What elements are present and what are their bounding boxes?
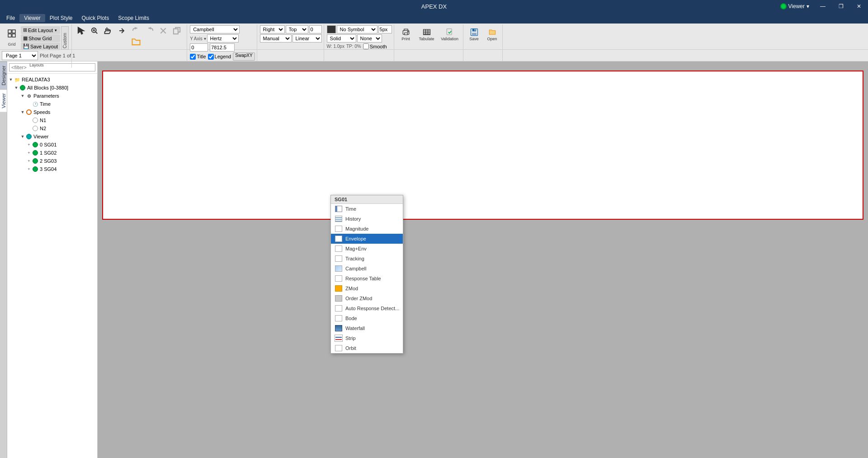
expand-parameters[interactable]: ▼ [20, 93, 25, 99]
tree-item-sg02[interactable]: + 1 SG02 [7, 149, 97, 157]
minimize-button[interactable]: — [814, 0, 832, 13]
speeds-icon [25, 109, 33, 116]
save-layout-button[interactable]: 💾 Save Layout [21, 42, 60, 50]
dropdown-item-order-zmod[interactable]: Order ZMod [331, 293, 403, 303]
tree-item-time[interactable]: ▶ 🕐 Time [7, 100, 97, 108]
dropdown-response-label: Response Table [345, 276, 381, 281]
axis-val-input[interactable] [309, 25, 322, 33]
expand-realdata3[interactable]: ▼ [8, 77, 14, 82]
close-button[interactable]: ✕ [850, 0, 868, 13]
dropdown-item-time[interactable]: Time [331, 204, 403, 214]
expand-allblocks[interactable]: ▼ [14, 85, 19, 90]
line-style-select[interactable]: Solid Dashed [327, 34, 356, 42]
tree-item-n2[interactable]: ▶ N2 [7, 124, 97, 132]
y-min-input[interactable] [190, 43, 208, 52]
cut-button[interactable] [157, 26, 170, 36]
print-button[interactable]: Print [397, 25, 415, 43]
menu-viewer[interactable]: Viewer [19, 14, 45, 22]
svg-rect-3 [12, 34, 15, 37]
symbol-size-input[interactable] [378, 25, 392, 33]
tabulate-button[interactable]: Tabulate [417, 25, 437, 43]
swap-xy-button[interactable]: SwapXY [233, 52, 255, 61]
tree-item-n1[interactable]: ▶ N1 [7, 116, 97, 124]
hand-tool-button[interactable] [102, 25, 114, 36]
plot-type-select[interactable]: Campbell Time History Envelope [190, 25, 240, 33]
dropdown-item-zmod[interactable]: ZMod [331, 283, 403, 293]
select-tool-button[interactable] [75, 25, 87, 36]
dropdown-item-tracking[interactable]: Tracking [331, 254, 403, 264]
custom-button[interactable]: Custom [61, 26, 69, 50]
dropdown-item-magnitude[interactable]: Magnitude [331, 224, 403, 234]
y-axis-unit-select[interactable]: Hertz RPM [207, 34, 239, 42]
save-button[interactable]: Save [466, 25, 482, 43]
legend-checkbox[interactable]: Legend [208, 54, 231, 60]
line-none-select[interactable]: None [357, 34, 382, 42]
zoom-tool-button[interactable] [88, 25, 101, 36]
expand-sg02[interactable]: + [26, 150, 32, 156]
dropdown-item-response-table[interactable]: Response Table [331, 274, 403, 283]
trace-color-button[interactable] [327, 25, 336, 33]
dropdown-item-magenv[interactable]: Mag+Env [331, 244, 403, 254]
tree-item-sg01[interactable]: + 0 SG01 [7, 141, 97, 149]
dropdown-item-waterfall[interactable]: Waterfall [331, 323, 403, 333]
validation-label: Validation [441, 37, 458, 41]
viewer-label: Viewer [788, 3, 805, 9]
expand-sg04[interactable]: + [26, 166, 32, 172]
label-time: Time [40, 101, 51, 107]
expand-viewer-node[interactable]: ▼ [20, 134, 25, 139]
dropdown-item-bode[interactable]: Bode [331, 313, 403, 323]
expand-sg01[interactable]: + [26, 142, 32, 147]
open-button[interactable]: Open [484, 25, 500, 43]
weight-label: W: 1.0px [327, 44, 344, 49]
y-max-input[interactable] [210, 43, 235, 52]
expand-speeds[interactable]: ▼ [20, 109, 25, 115]
tree-item-realdata3[interactable]: ▼ 📁 REALDATA3 [7, 76, 97, 84]
dropdown-campbell-label: Campbell [345, 266, 366, 271]
menu-quick-plots[interactable]: Quick Plots [77, 14, 114, 22]
smooth-checkbox[interactable]: Smooth [363, 43, 387, 49]
menu-bar: File Viewer Plot Style Quick Plots Scope… [0, 13, 868, 24]
symbol-select[interactable]: No Symbol [337, 25, 377, 33]
tree-item-parameters[interactable]: ▼ ⚙ Parameters [7, 92, 97, 100]
tree-item-sg04[interactable]: + 3 SG04 [7, 165, 97, 173]
x-axis-pos-select[interactable]: Right Left [260, 25, 285, 33]
dropdown-item-envelope[interactable]: Envelope [331, 234, 403, 244]
sg03-icon [32, 157, 39, 165]
viewer-status-dot [780, 3, 787, 9]
viewer-tab[interactable]: Viewer [0, 89, 7, 112]
link-tool-button[interactable] [115, 25, 128, 36]
show-grid-button[interactable]: ▦ Show Grid [21, 34, 60, 42]
dropdown-item-history[interactable]: History [331, 214, 403, 224]
restore-button[interactable]: ❐ [832, 0, 850, 13]
dropdown-item-auto-response[interactable]: Auto Response Detect... [331, 303, 403, 313]
y-axis-pos-select[interactable]: Top Bottom [286, 25, 308, 33]
dropdown-item-orbit[interactable]: Orbit [331, 343, 403, 353]
menu-plot-style[interactable]: Plot Style [45, 14, 77, 22]
edit-layout-button[interactable]: ⊞ Edit Layout ▾ [21, 26, 60, 34]
expand-sg03[interactable]: + [26, 158, 32, 164]
menu-file[interactable]: File [2, 14, 19, 22]
validation-button[interactable]: Validation [439, 25, 461, 43]
redo-button[interactable] [143, 26, 156, 36]
plot-type-dropdown: SG01 Time History Magnitude [330, 195, 403, 354]
tree-item-allblocks[interactable]: ▼ All Blocks [0-3880] [7, 84, 97, 92]
dropdown-item-strip[interactable]: Strip [331, 333, 403, 343]
menu-scope-limits[interactable]: Scope Limits [113, 14, 154, 22]
dropdown-item-campbell[interactable]: Campbell [331, 264, 403, 274]
svg-rect-10 [174, 29, 178, 34]
sidebar: ▼ 📁 REALDATA3 ▼ All Blocks [0-3880] ▼ ⚙ … [7, 61, 98, 458]
designer-tab[interactable]: Designer [0, 61, 7, 89]
dropdown-orbit-label: Orbit [345, 345, 356, 351]
tree-item-speeds[interactable]: ▼ Speeds [7, 108, 97, 116]
scale-mode-select[interactable]: Manual Auto [260, 34, 292, 42]
plot-area[interactable] [102, 71, 863, 220]
undo-button[interactable] [130, 26, 142, 36]
title-checkbox[interactable]: Title [190, 54, 206, 60]
tree-item-viewer[interactable]: ▼ Viewer [7, 132, 97, 141]
sg01-icon [32, 141, 39, 148]
tree-item-sg03[interactable]: + 2 SG03 [7, 157, 97, 165]
scale-type-select[interactable]: Linear Log [292, 34, 322, 42]
copy-button[interactable] [170, 26, 183, 36]
grid-button[interactable] [4, 25, 20, 42]
folder-button[interactable] [130, 37, 142, 47]
